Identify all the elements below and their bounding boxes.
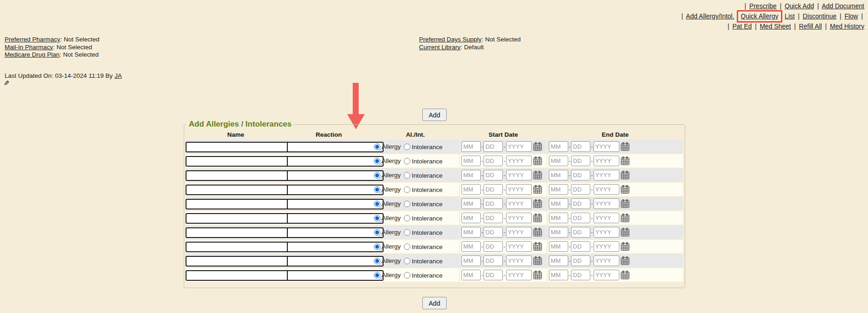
end-month-input[interactable] xyxy=(549,184,568,195)
calendar-icon[interactable] xyxy=(621,256,629,265)
calendar-icon[interactable] xyxy=(533,271,542,279)
end-year-input[interactable] xyxy=(594,227,619,238)
reaction-input[interactable] xyxy=(287,227,384,238)
calendar-icon[interactable] xyxy=(533,228,542,237)
reaction-input[interactable] xyxy=(287,185,384,195)
nav-link[interactable]: Prescribe xyxy=(749,2,776,10)
end-year-input[interactable] xyxy=(594,156,619,166)
allergy-radio[interactable] xyxy=(374,258,380,264)
intolerance-radio[interactable] xyxy=(404,258,410,264)
allergy-radio[interactable] xyxy=(374,158,380,164)
nav-link-add-allergy-intol[interactable]: Add Allergy/Intol. xyxy=(686,12,734,20)
end-day-input[interactable] xyxy=(571,184,590,195)
allergy-radio[interactable] xyxy=(374,186,380,193)
end-month-input[interactable] xyxy=(549,198,568,209)
intolerance-radio[interactable] xyxy=(404,158,410,164)
nav-link[interactable]: Med History xyxy=(830,23,864,30)
start-month-input[interactable] xyxy=(461,170,481,180)
start-year-input[interactable] xyxy=(506,241,532,252)
reaction-input[interactable] xyxy=(287,270,384,281)
start-month-input[interactable] xyxy=(461,141,481,152)
start-month-input[interactable] xyxy=(461,213,481,223)
calendar-icon[interactable] xyxy=(621,214,629,222)
info-label-link[interactable]: Preferred Pharmacy xyxy=(5,36,60,43)
allergy-radio[interactable] xyxy=(374,144,380,150)
reaction-input[interactable] xyxy=(287,170,384,181)
start-day-input[interactable] xyxy=(484,255,503,266)
end-month-input[interactable] xyxy=(549,141,568,152)
intolerance-radio[interactable] xyxy=(404,229,410,236)
calendar-icon[interactable] xyxy=(621,156,629,165)
start-year-input[interactable] xyxy=(506,213,532,223)
reaction-input[interactable] xyxy=(287,242,384,252)
start-day-input[interactable] xyxy=(484,170,503,180)
intolerance-radio[interactable] xyxy=(404,201,410,207)
start-year-input[interactable] xyxy=(506,255,532,266)
info-label-link[interactable]: Medicare Drug Plan xyxy=(5,51,59,58)
end-month-input[interactable] xyxy=(549,270,568,280)
calendar-icon[interactable] xyxy=(533,156,542,165)
last-updated-user-link[interactable]: JA xyxy=(115,72,122,79)
calendar-icon[interactable] xyxy=(533,242,542,251)
allergy-radio[interactable] xyxy=(374,243,380,250)
nav-link-quick-allergy[interactable]: Quick Allergy xyxy=(741,12,779,20)
start-day-input[interactable] xyxy=(484,184,503,195)
reaction-input[interactable] xyxy=(287,213,384,224)
calendar-icon[interactable] xyxy=(621,271,629,279)
start-month-input[interactable] xyxy=(461,241,481,252)
nav-link-discontinue[interactable]: Discontinue xyxy=(803,12,836,20)
calendar-icon[interactable] xyxy=(533,185,542,194)
end-month-input[interactable] xyxy=(549,227,568,238)
end-year-input[interactable] xyxy=(594,270,619,280)
intolerance-radio[interactable] xyxy=(404,215,410,221)
info-label-link[interactable]: Preferred Days Supply xyxy=(419,36,482,43)
end-day-input[interactable] xyxy=(571,141,590,152)
calendar-icon[interactable] xyxy=(533,171,542,180)
start-month-input[interactable] xyxy=(461,156,481,166)
nav-link-flow[interactable]: Flow xyxy=(845,12,858,20)
info-label-link[interactable]: Current Library xyxy=(419,44,460,51)
end-day-input[interactable] xyxy=(571,227,590,238)
end-year-input[interactable] xyxy=(594,255,619,266)
allergy-radio[interactable] xyxy=(374,215,380,221)
calendar-icon[interactable] xyxy=(621,171,629,180)
intolerance-radio[interactable] xyxy=(404,272,410,278)
allergy-radio[interactable] xyxy=(374,172,380,179)
calendar-icon[interactable] xyxy=(533,142,542,151)
start-year-input[interactable] xyxy=(506,198,532,209)
start-day-input[interactable] xyxy=(484,241,503,252)
start-month-input[interactable] xyxy=(461,184,481,195)
end-month-input[interactable] xyxy=(549,213,568,223)
start-year-input[interactable] xyxy=(506,227,532,238)
intolerance-radio[interactable] xyxy=(404,186,410,193)
reaction-input[interactable] xyxy=(287,156,384,167)
start-month-input[interactable] xyxy=(461,270,481,280)
start-month-input[interactable] xyxy=(461,227,481,238)
intolerance-radio[interactable] xyxy=(404,172,410,179)
end-year-input[interactable] xyxy=(594,184,619,195)
calendar-icon[interactable] xyxy=(621,185,629,194)
start-month-input[interactable] xyxy=(461,198,481,209)
start-year-input[interactable] xyxy=(506,156,532,166)
start-day-input[interactable] xyxy=(484,141,503,152)
intolerance-radio[interactable] xyxy=(404,243,410,250)
end-day-input[interactable] xyxy=(571,270,590,280)
reaction-input[interactable] xyxy=(287,142,384,152)
calendar-icon[interactable] xyxy=(621,242,629,251)
end-year-input[interactable] xyxy=(594,198,619,209)
start-day-input[interactable] xyxy=(484,213,503,223)
end-year-input[interactable] xyxy=(594,213,619,223)
end-day-input[interactable] xyxy=(571,213,590,223)
calendar-icon[interactable] xyxy=(621,199,629,208)
add-button-top[interactable]: Add xyxy=(422,109,447,121)
nav-link-list[interactable]: List xyxy=(785,12,795,20)
end-day-input[interactable] xyxy=(571,255,590,266)
info-label-link[interactable]: Mail-In Pharmacy xyxy=(5,44,53,51)
allergy-radio[interactable] xyxy=(374,201,380,207)
start-year-input[interactable] xyxy=(506,141,532,152)
nav-link[interactable]: Quick Add xyxy=(785,2,814,10)
nav-link[interactable]: Refill All xyxy=(799,23,822,30)
calendar-icon[interactable] xyxy=(533,214,542,222)
nav-link[interactable]: Pat Ed xyxy=(733,23,752,30)
add-button-bottom[interactable]: Add xyxy=(422,297,447,309)
